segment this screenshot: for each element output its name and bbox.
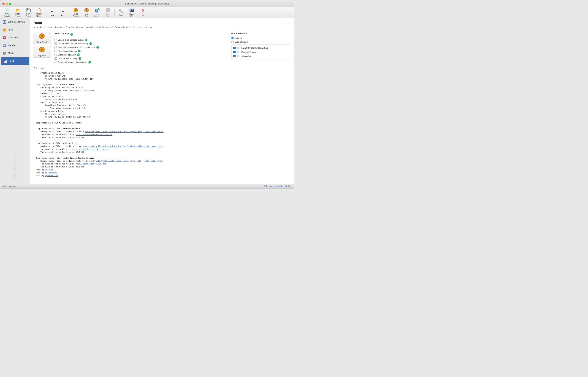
- option-row-disable-notarization: Disable notarization ?: [55, 53, 228, 56]
- disable-jre-checkbox[interactable]: [55, 57, 57, 59]
- disable-notarization-help[interactable]: ?: [77, 53, 80, 56]
- md5sums-link[interactable]: md5sums: [45, 169, 53, 171]
- stop-build-icon: [106, 8, 111, 13]
- update-available[interactable]: 🔄 Update available: [264, 185, 283, 187]
- platform-windows-label: Windows Archive: [241, 51, 256, 53]
- build-selected-radio[interactable]: [231, 41, 234, 43]
- content-area: Build In this final step of your install…: [30, 18, 294, 184]
- show-ids-icon: [129, 8, 134, 13]
- unix-file-link[interactable]: CobaltStrike_unix_4_5.tar.gz: [76, 148, 108, 151]
- windows-path-link[interactable]: /Users/hywell/Tools/Application/intall4j…: [85, 130, 164, 133]
- no-delete-temp-checkbox[interactable]: [55, 42, 57, 45]
- sidebar-item-build[interactable]: Build: [1, 57, 29, 65]
- stop-build-button[interactable]: StopBuild: [103, 8, 113, 17]
- dry-run-btn[interactable]: Dry Run: [33, 46, 51, 58]
- platform-macos-label: macOS Single Bundle Archive: [241, 47, 268, 49]
- build-output-label: Build output:: [34, 67, 290, 69]
- disable-lzma-checkbox[interactable]: [55, 46, 57, 48]
- svg-rect-11: [88, 10, 89, 11]
- svg-rect-32: [3, 45, 5, 46]
- macos-path-link[interactable]: /Users/hywell/Tools/Application/intall4j…: [85, 160, 164, 162]
- save-project-button[interactable]: 💾 SaveProject: [23, 8, 34, 17]
- tools-button[interactable]: 🔧 Tools: [116, 8, 126, 17]
- svg-rect-21: [132, 10, 133, 11]
- installer-icon: [2, 43, 7, 47]
- status-right: 🔄 Update available Idle: [264, 185, 292, 187]
- build-selection-title: Build Selection: [231, 32, 247, 35]
- undo-button[interactable]: ↩ Undo: [47, 8, 57, 17]
- general-settings-icon: [2, 20, 7, 24]
- svg-rect-45: [44, 36, 44, 36]
- verbose-help[interactable]: ?: [85, 39, 87, 41]
- debug-installer-help[interactable]: ?: [89, 61, 91, 63]
- maximize-button[interactable]: [9, 3, 11, 5]
- new-project-button[interactable]: 📄 NewProject: [2, 8, 12, 17]
- platform-unix-checkbox[interactable]: [233, 55, 236, 57]
- build-project-button[interactable]: BuildProject: [70, 8, 81, 17]
- windows-file-link[interactable]: CobaltStrike_windows-x64_4_5.zip: [76, 134, 113, 136]
- minimize-button[interactable]: [6, 3, 8, 5]
- page-title: Build: [34, 21, 290, 25]
- macos-icon: [237, 46, 240, 49]
- tools-icon: 🔧: [118, 9, 123, 14]
- close-button[interactable]: [2, 3, 5, 5]
- sidebar-item-media[interactable]: Media: [0, 49, 30, 57]
- verbose-checkbox[interactable]: [55, 39, 57, 41]
- svg-point-41: [41, 35, 43, 37]
- build-icon: [3, 59, 7, 63]
- unix-path-link[interactable]: /Users/hywell/Tools/Application/intall4j…: [85, 145, 164, 148]
- prev-arrow[interactable]: ‹: [281, 21, 286, 25]
- show-ids-button[interactable]: ShowIDs: [127, 8, 137, 17]
- sidebar-item-general-settings[interactable]: General Settings: [0, 18, 30, 26]
- build-all-radio[interactable]: [231, 37, 234, 39]
- help-icon: ❓: [140, 9, 145, 14]
- content-header: Build In this final step of your install…: [30, 18, 294, 30]
- disable-lzma-help[interactable]: ?: [96, 46, 99, 49]
- open-project-label: OpenProject: [15, 13, 21, 17]
- dry-run-toolbar-label: DryRun: [85, 13, 88, 18]
- redo-button[interactable]: ↪ Redo: [58, 8, 68, 17]
- svg-rect-24: [3, 22, 4, 23]
- project-report-button[interactable]: 📋 ProjectReport: [34, 8, 44, 17]
- svg-rect-63: [238, 51, 239, 52]
- platform-macos-checkbox[interactable]: [233, 47, 236, 49]
- build-options-help[interactable]: ?: [70, 33, 73, 36]
- sidebar-item-label-build: Build: [9, 60, 14, 62]
- no-delete-temp-help[interactable]: ?: [89, 42, 92, 45]
- svg-rect-62: [237, 51, 238, 52]
- start-build-label: Start Build: [37, 41, 47, 43]
- platform-windows-checkbox[interactable]: [233, 51, 236, 53]
- test-installer-button[interactable]: TestInstaller: [92, 8, 102, 17]
- disable-signing-help[interactable]: ?: [78, 50, 81, 52]
- option-row-verbose: Enable extra verbose output ?: [55, 39, 228, 41]
- svg-rect-43: [42, 38, 42, 39]
- start-build-button[interactable]: Start Build: [33, 32, 51, 44]
- dry-run-button[interactable]: DryRun: [81, 8, 92, 17]
- build-selected-row: Build selected:: [231, 41, 291, 43]
- disable-notarization-checkbox[interactable]: [55, 54, 57, 56]
- separator-2: [69, 9, 69, 16]
- disable-jre-help[interactable]: ?: [78, 57, 81, 60]
- sidebar-item-launchers[interactable]: Launchers: [0, 34, 30, 42]
- next-arrow[interactable]: ›: [286, 21, 291, 25]
- main-layout: General Settings Files L: [0, 18, 294, 184]
- debug-installer-checkbox[interactable]: [55, 61, 57, 63]
- sidebar-item-installer[interactable]: Installer: [0, 42, 30, 49]
- macos-file-link[interactable]: CobaltStrike_macos_4_5.dmg: [76, 163, 106, 165]
- help-button[interactable]: ❓ Help: [137, 8, 148, 17]
- windows-icon: [237, 50, 240, 53]
- test-installer-label: TestInstaller: [94, 13, 100, 18]
- svg-rect-8: [86, 8, 87, 9]
- sha256sums-link[interactable]: sha256sums: [45, 172, 57, 174]
- build-output-area[interactable]: Creating media file: Shrinking runtime A…: [34, 70, 290, 180]
- disable-signing-checkbox[interactable]: [55, 50, 57, 52]
- updates-xml-link[interactable]: updates.xml: [45, 175, 58, 177]
- svg-rect-25: [5, 21, 6, 22]
- traffic-lights: [2, 3, 11, 5]
- start-build-icon: [39, 33, 45, 40]
- sidebar-item-files[interactable]: Files: [0, 26, 30, 34]
- toolbar: 📄 NewProject 📂 OpenProject 💾 SaveProject…: [0, 7, 294, 18]
- status-bar: Build completed. 🔄 Update available Idle: [0, 184, 294, 188]
- snowflake-icon: [285, 185, 288, 188]
- open-project-button[interactable]: 📂 OpenProject: [12, 8, 23, 17]
